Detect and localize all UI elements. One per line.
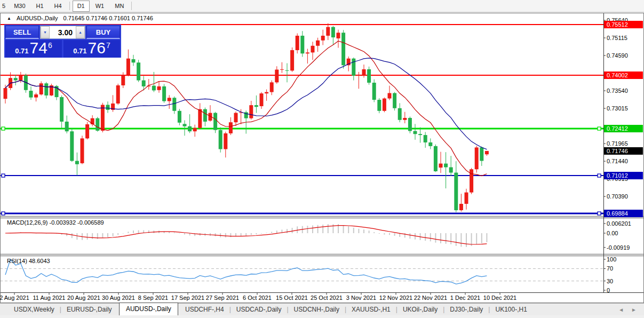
chart-tab-eurusd-daily[interactable]: EURUSD-,Daily <box>61 304 117 315</box>
chart-tab-audusd-daily[interactable]: AUDUSD-,Daily <box>119 303 178 315</box>
svg-text:0.72412: 0.72412 <box>607 125 628 132</box>
volume-decrease-icon[interactable]: ▼ <box>41 26 50 38</box>
svg-text:0.006201: 0.006201 <box>607 220 631 227</box>
chart-tab-bar: USDX,Weekly|EURUSD-,Daily AUDUSD-,Daily … <box>0 303 644 315</box>
svg-text:1 Dec 2021: 1 Dec 2021 <box>450 295 480 301</box>
volume-input[interactable] <box>50 26 76 38</box>
svg-text:0.70390: 0.70390 <box>607 193 628 200</box>
svg-text:0.73015: 0.73015 <box>607 105 628 112</box>
svg-text:22 Nov 2021: 22 Nov 2021 <box>414 295 447 301</box>
svg-text:10 Dec 2021: 10 Dec 2021 <box>483 295 516 301</box>
volume-spinner: ▼ ▲ <box>40 26 85 39</box>
timeframe-button-H1[interactable]: H1 <box>31 1 49 12</box>
chart-tab-usdchf-h4[interactable]: USDCHF-,H4 <box>180 304 229 315</box>
chart-tab-usdcnh-daily[interactable]: USDCNH-,Daily <box>289 304 345 315</box>
svg-text:0.74002: 0.74002 <box>607 72 628 78</box>
timeframe-button-5[interactable]: 5 <box>1 1 8 12</box>
chart-title: ▲ AUDUSD-,Daily 0.71645 0.71746 0.71601 … <box>7 15 153 21</box>
chart-tab-uk100-h1[interactable]: UK100-,H1 <box>490 304 532 315</box>
buy-price-pipette: 7 <box>106 41 110 50</box>
svg-text:20 Aug 2021: 20 Aug 2021 <box>67 295 100 301</box>
sell-price-prefix: 0.71 <box>15 47 28 55</box>
svg-text:-0.00919: -0.00919 <box>607 244 630 251</box>
sell-button[interactable]: SELL <box>5 26 39 39</box>
svg-text:0.73540: 0.73540 <box>607 88 628 94</box>
svg-text:70: 70 <box>607 265 613 272</box>
chart-window: 0.756400.751150.745900.735400.730150.719… <box>0 13 644 303</box>
svg-text:0.74590: 0.74590 <box>607 52 628 59</box>
buy-price-main: 76 <box>88 40 106 56</box>
tab-scroll-right-icon[interactable]: ► <box>631 307 637 313</box>
sell-price-display[interactable]: 0.71 74 6 <box>5 40 62 58</box>
timeframe-button-D1[interactable]: D1 <box>73 1 90 12</box>
chart-tab-xauusd-h1[interactable]: XAUUSD-,H1 <box>346 304 396 315</box>
svg-text:6 Oct 2021: 6 Oct 2021 <box>243 295 272 301</box>
timeframe-button-M30[interactable]: M30 <box>9 1 30 12</box>
svg-text:30: 30 <box>607 278 613 284</box>
rsi-indicator-label: RSI(14) 48.6043 <box>7 258 50 264</box>
svg-text:0.75512: 0.75512 <box>607 21 628 28</box>
buy-price-display[interactable]: 0.71 76 7 <box>63 40 120 58</box>
volume-increase-icon[interactable]: ▲ <box>76 26 85 38</box>
svg-text:17 Sep 2021: 17 Sep 2021 <box>171 295 204 301</box>
svg-text:100: 100 <box>607 256 616 263</box>
chart-tab-usdx-weekly[interactable]: USDX,Weekly <box>9 304 60 315</box>
svg-text:11 Aug 2021: 11 Aug 2021 <box>33 295 66 301</box>
timeframe-button-W1[interactable]: W1 <box>91 1 109 12</box>
chart-tab-dj30-daily[interactable]: DJ30-,Daily <box>444 304 488 315</box>
bottom-strip <box>0 315 644 318</box>
svg-text:2 Aug 2021: 2 Aug 2021 <box>0 295 29 301</box>
one-click-trade-panel: SELL ▼ ▲ BUY 0.71 74 6 0.71 76 7 <box>4 25 121 58</box>
svg-text:25 Oct 2021: 25 Oct 2021 <box>311 295 343 301</box>
buy-price-prefix: 0.71 <box>73 47 86 55</box>
tab-scroll-left-icon[interactable]: ◄ <box>618 307 624 313</box>
timeframe-button-H4[interactable]: H4 <box>50 1 67 12</box>
svg-text:0.75115: 0.75115 <box>607 35 627 41</box>
sell-price-main: 74 <box>30 40 47 56</box>
timeframe-toolbar: 5M30H1H4D1W1MN <box>0 0 644 12</box>
macd-indicator-label: MACD(12,26,9) -0.003932 -0.006589 <box>7 219 104 226</box>
collapse-arrow-icon[interactable]: ▲ <box>7 16 11 21</box>
svg-text:0.00: 0.00 <box>607 230 618 236</box>
chart-tab-ukoil-daily[interactable]: UKOil-,Daily <box>397 304 443 315</box>
toolbar-separator <box>69 2 70 10</box>
mt4-application: 5M30H1H4D1W1MN 0.756400.751150.745900.73… <box>0 0 644 318</box>
svg-text:15 Oct 2021: 15 Oct 2021 <box>276 295 308 301</box>
chart-symbol-period: AUDUSD-,Daily <box>17 15 58 21</box>
svg-text:0.71012: 0.71012 <box>607 172 628 179</box>
svg-text:30 Aug 2021: 30 Aug 2021 <box>102 295 135 301</box>
sell-price-pipette: 6 <box>48 41 52 50</box>
toolbar-separator <box>131 2 132 10</box>
svg-text:0: 0 <box>607 287 610 293</box>
timeframe-button-MN[interactable]: MN <box>110 1 129 12</box>
svg-text:0.71746: 0.71746 <box>607 148 628 154</box>
svg-text:0.69884: 0.69884 <box>607 210 628 217</box>
svg-text:0.71965: 0.71965 <box>607 140 628 147</box>
svg-text:3 Nov 2021: 3 Nov 2021 <box>346 295 376 301</box>
chart-tab-usdcad-daily[interactable]: USDCAD-,Daily <box>231 304 287 315</box>
svg-text:0.71440: 0.71440 <box>607 158 628 164</box>
buy-button[interactable]: BUY <box>86 26 120 39</box>
svg-text:12 Nov 2021: 12 Nov 2021 <box>379 295 412 301</box>
svg-text:27 Sep 2021: 27 Sep 2021 <box>206 295 239 301</box>
chart-ohlc-values: 0.71645 0.71746 0.71601 0.71746 <box>63 15 153 21</box>
svg-text:8 Sep 2021: 8 Sep 2021 <box>138 295 168 301</box>
